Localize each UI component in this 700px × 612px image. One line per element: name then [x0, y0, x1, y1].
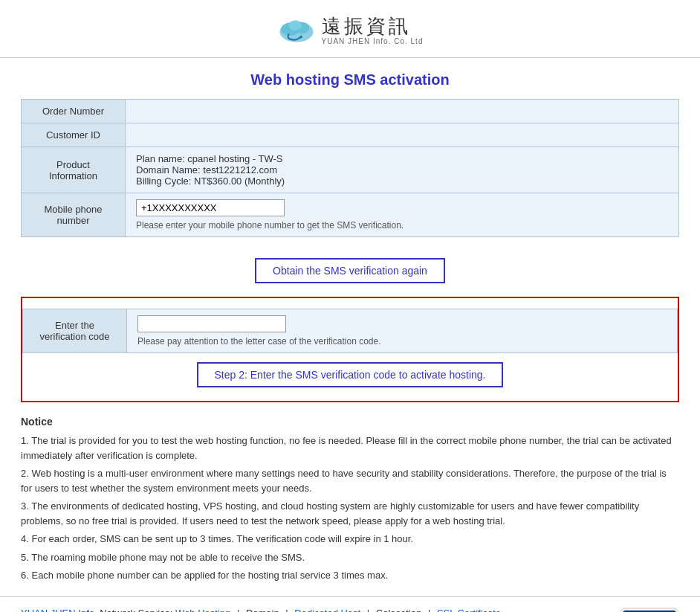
- customer-id-value: [126, 123, 679, 147]
- verification-code-input[interactable]: [137, 315, 286, 332]
- verify-row: Enter theverification code Please pay at…: [23, 309, 678, 353]
- page-title-wrap: Web hosting SMS activation: [0, 58, 700, 99]
- sms-btn-wrap: Obtain the SMS verification again: [21, 251, 679, 297]
- mobile-row: Mobile phonenumber Please enter your mob…: [22, 193, 679, 237]
- verify-value-cell: Please pay attention to the letter case …: [127, 309, 678, 353]
- footer-dedicated-link[interactable]: Dedicated Host: [294, 608, 360, 613]
- obtain-sms-button[interactable]: Obtain the SMS verification again: [255, 258, 445, 283]
- notice-list: 1. The trial is provided for you to test…: [21, 434, 679, 583]
- customer-id-label: Customer ID: [22, 123, 126, 147]
- footer-brand-link[interactable]: YUAN JHEN Info.: [21, 608, 97, 613]
- order-number-label: Order Number: [22, 100, 126, 123]
- step2-btn-wrap: Step 2: Enter the SMS verification code …: [22, 353, 678, 390]
- header: 遠振資訊 YUAN JHEN Info. Co. Ltd: [0, 0, 700, 58]
- notice-item-1: 1. The trial is provided for you to test…: [21, 434, 679, 463]
- notice-item-4: 4. For each order, SMS can be sent up to…: [21, 532, 679, 547]
- verify-hint: Please pay attention to the letter case …: [137, 336, 381, 347]
- verify-label: Enter theverification code: [23, 309, 127, 353]
- product-line2: Domain Name: test1221212.com: [136, 164, 277, 175]
- footer: YUAN JHEN Info. Network Service: Web Hos…: [0, 596, 700, 613]
- mobile-input[interactable]: [136, 199, 285, 216]
- customer-id-row: Customer ID: [22, 123, 679, 147]
- logo-chinese: 遠振資訊: [322, 16, 424, 37]
- logo: 遠振資訊 YUAN JHEN Info. Co. Ltd: [277, 15, 424, 46]
- footer-domain-link: Domain: [246, 608, 279, 613]
- logo-icon: [277, 15, 316, 46]
- footer-colocation-link: Colocation: [376, 608, 421, 613]
- logo-english: YUAN JHEN Info. Co. Ltd: [322, 37, 424, 45]
- order-number-value: [126, 100, 679, 123]
- notice-section: Notice 1. The trial is provided for you …: [0, 416, 700, 583]
- footer-ssl-link[interactable]: SSL Certificate: [437, 608, 501, 613]
- notice-item-3: 3. The environments of dedicated hosting…: [21, 499, 679, 528]
- product-line3: Billing Cycle: NT$360.00 (Monthly): [136, 175, 285, 187]
- mobile-value-cell: Please enter your mobile phone number to…: [126, 193, 679, 237]
- sep1: |: [237, 608, 242, 613]
- svg-point-3: [288, 20, 301, 30]
- product-info-label: ProductInformation: [22, 147, 126, 193]
- footer-left: YUAN JHEN Info. Network Service: Web Hos…: [21, 608, 605, 613]
- product-info-row: ProductInformation Plan name: cpanel hos…: [22, 147, 679, 193]
- notice-item-6: 6. Each mobile phone number can be appli…: [21, 568, 679, 583]
- twca-badge: Secured By TWCA ! 登示: [620, 608, 679, 613]
- logo-text: 遠振資訊 YUAN JHEN Info. Co. Ltd: [322, 16, 424, 45]
- footer-links: YUAN JHEN Info. Network Service: Web Hos…: [21, 608, 605, 613]
- sep3: |: [367, 608, 372, 613]
- step2-button[interactable]: Step 2: Enter the SMS verification code …: [197, 362, 504, 387]
- footer-right: Secured By TWCA ! 登示: [620, 608, 679, 613]
- mobile-label: Mobile phonenumber: [22, 193, 126, 237]
- footer-network-label: Network Service:: [100, 608, 172, 613]
- info-table: Order Number Customer ID ProductInformat…: [21, 99, 679, 237]
- sep2: |: [285, 608, 291, 613]
- mobile-hint: Please enter your mobile phone number to…: [136, 220, 404, 231]
- sep4: |: [428, 608, 433, 613]
- product-line1: Plan name: cpanel hosting - TW-S: [136, 153, 283, 164]
- verify-table: Enter theverification code Please pay at…: [22, 309, 678, 353]
- order-number-row: Order Number: [22, 100, 679, 123]
- notice-item-2: 2. Web hosting is a multi-user environme…: [21, 466, 679, 495]
- product-info-value: Plan name: cpanel hosting - TW-S Domain …: [126, 147, 679, 193]
- notice-item-5: 5. The roaming mobile phone may not be a…: [21, 550, 679, 565]
- page-title: Web hosting SMS activation: [250, 71, 449, 88]
- notice-title: Notice: [21, 416, 679, 428]
- verification-section: Enter theverification code Please pay at…: [21, 297, 679, 402]
- main-content: Order Number Customer ID ProductInformat…: [0, 99, 700, 402]
- footer-webhosting-link[interactable]: Web Hosting: [175, 608, 230, 613]
